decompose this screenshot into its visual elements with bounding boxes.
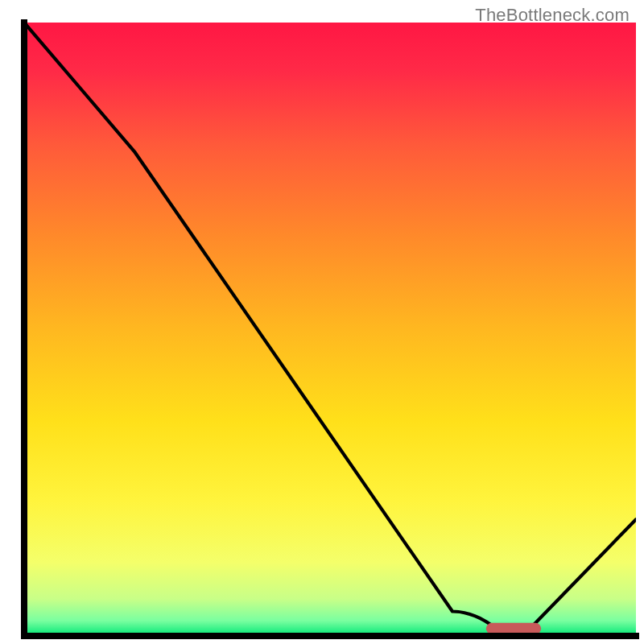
optimal-range-marker xyxy=(486,623,541,634)
chart-container: TheBottleneck.com xyxy=(0,0,644,644)
plot-area xyxy=(24,23,636,636)
watermark-text: TheBottleneck.com xyxy=(475,5,630,26)
bottleneck-chart xyxy=(0,0,644,644)
gradient-background xyxy=(24,23,636,636)
